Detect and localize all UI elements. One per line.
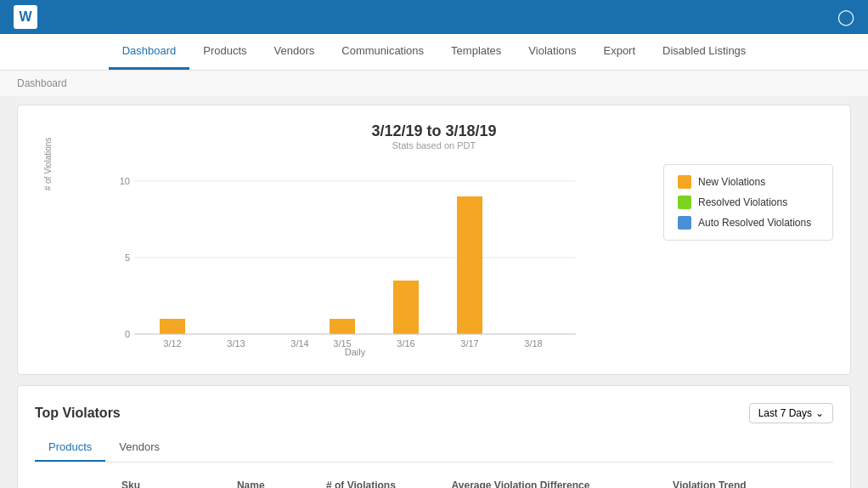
nav-communications[interactable]: Communications [328,34,437,70]
user-icon[interactable]: ◯ [837,8,854,26]
chart-card: 3/12/19 to 3/18/19 Stats based on PDT # … [17,105,851,375]
col-sku: Sku [111,473,227,488]
legend-color-resolved [678,196,691,209]
time-range-dropdown[interactable]: Last 7 Days ⌄ [749,403,833,423]
top-violators-title: Top Violators [35,406,121,421]
main-content: 3/12/19 to 3/18/19 Stats based on PDT # … [0,96,868,488]
breadcrumb: Dashboard [0,71,868,96]
chart-area: # of Violations 10 5 0 [35,164,833,357]
legend-label-new: New Violations [698,176,765,188]
tab-products[interactable]: Products [35,434,105,462]
top-violators-header: Top Violators Last 7 Days ⌄ [35,403,833,423]
logo: W [14,5,37,29]
bar-chart: 10 5 0 [64,164,646,351]
svg-text:3/16: 3/16 [397,338,414,349]
tab-vendors[interactable]: Vendors [105,434,173,462]
col-violations: # of Violations [316,473,442,488]
violators-tabs: Products Vendors [35,434,833,462]
legend-label-auto: Auto Resolved Violations [698,217,811,229]
svg-text:3/12: 3/12 [163,338,181,349]
svg-text:3/18: 3/18 [524,338,542,349]
col-rank [35,473,69,488]
bar-3-16 [393,281,419,334]
svg-text:3/17: 3/17 [460,338,478,349]
col-avg-diff: Average Violation Difference [442,473,662,488]
svg-text:10: 10 [120,176,130,186]
nav-violations[interactable]: Violations [515,34,589,70]
col-trend: Violation Trend [662,473,833,488]
nav-templates[interactable]: Templates [437,34,515,70]
y-axis-label: # of Violations [43,138,53,191]
legend-color-auto [678,216,691,230]
bar-3-12 [160,319,185,334]
bar-3-17 [457,196,482,334]
chevron-down-icon: ⌄ [815,407,824,419]
chart-title: 3/12/19 to 3/18/19 [35,122,833,140]
legend-new-violations: New Violations [678,175,819,189]
violations-table: Sku Name # of Violations Average Violati… [35,473,833,488]
nav-disabled-listings[interactable]: Disabled Listings [649,34,759,70]
nav-export[interactable]: Export [589,34,649,70]
legend-label-resolved: Resolved Violations [698,196,787,208]
header: W ◯ [0,0,868,34]
col-name: Name [227,473,316,488]
svg-text:0: 0 [125,329,130,339]
main-nav: Dashboard Products Vendors Communication… [0,34,868,71]
bar-3-15 [330,319,355,334]
legend-auto-resolved-violations: Auto Resolved Violations [678,216,819,230]
table-header: Sku Name # of Violations Average Violati… [35,473,833,488]
chart-container: # of Violations 10 5 0 [35,164,646,357]
nav-vendors[interactable]: Vendors [261,34,329,70]
chart-legend: New Violations Resolved Violations Auto … [663,164,833,241]
nav-products[interactable]: Products [189,34,260,70]
nav-dashboard[interactable]: Dashboard [109,34,190,70]
col-icon [69,473,111,488]
legend-resolved-violations: Resolved Violations [678,196,819,209]
svg-text:5: 5 [125,253,130,263]
dropdown-label: Last 7 Days [758,407,812,419]
svg-text:3/14: 3/14 [290,338,308,349]
chart-subtitle: Stats based on PDT [35,140,833,150]
svg-text:3/13: 3/13 [227,338,245,349]
top-violators-card: Top Violators Last 7 Days ⌄ Products Ven… [17,385,851,488]
legend-color-new [678,175,691,189]
